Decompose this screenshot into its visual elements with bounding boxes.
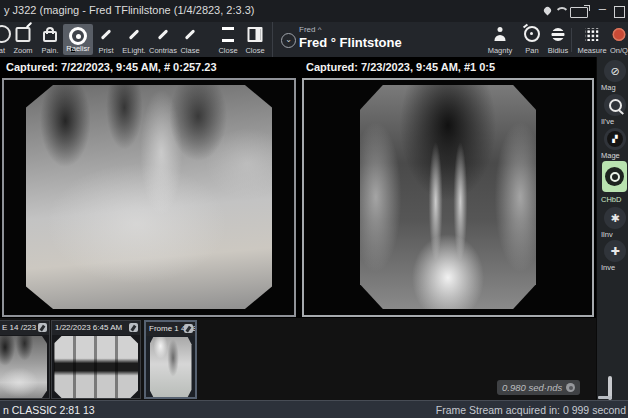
xray-image-left[interactable] (26, 85, 272, 309)
patient-name: Fred ° Flintstone (299, 35, 402, 50)
thumbnail-header: 1/22/2023 6:45 AM (55, 323, 122, 332)
toolbar-button-zoom[interactable]: Zoom (8, 22, 38, 57)
patient-name-small: Fred ^ (299, 25, 321, 34)
right-panel-header: Captured: 7/23/2023, 9:45 AM, #1 0:5 (302, 57, 594, 77)
sidebar-label: Ilnv (601, 230, 628, 239)
pen-icon (101, 29, 112, 40)
toolbar-button-onq[interactable]: On/Q (604, 22, 628, 57)
xray-image-right[interactable] (360, 85, 536, 309)
stopwatch-icon (524, 26, 540, 42)
sidebar-button-inve[interactable]: ✚ (604, 240, 626, 262)
overlay-text: 0.980 sed·nds (502, 382, 562, 393)
toolbar-button-raelisr-selected[interactable]: Raelisr (63, 24, 93, 55)
sidebar-label: Inve (601, 263, 628, 272)
gear-icon[interactable] (566, 383, 575, 392)
thumbnail-image[interactable] (150, 337, 192, 397)
asterisk-icon: ✱ (610, 212, 619, 225)
magnifier-icon (609, 99, 622, 112)
maximize-button[interactable] (614, 6, 625, 18)
circle-slash-icon: ⊘ (610, 65, 619, 78)
tool-sidebar: ⊘ Mag Il've ▞ Mage CHbD ✱ Ilnv ✚ Inve (596, 57, 628, 400)
pin-icon[interactable] (184, 324, 193, 333)
toolbar-button-bidius[interactable]: Bidius (543, 22, 573, 57)
statusbar: n CLASSIC 2:81 13 Frame Stream acquired … (0, 400, 628, 418)
person-icon (494, 27, 507, 41)
status-left: n CLASSIC 2:81 13 (3, 404, 95, 416)
minimize-button[interactable]: – (599, 1, 606, 16)
equals-icon (222, 27, 234, 42)
half-square-icon (248, 27, 263, 42)
sidebar-button-chbd-active[interactable] (602, 161, 627, 192)
right-image-panel[interactable] (302, 78, 594, 317)
sidebar-label: Mage (601, 151, 628, 160)
chevron-down-icon[interactable]: ⌄ (281, 33, 296, 48)
thumbnail-2[interactable]: 1/22/2023 6:45 AM (51, 320, 141, 399)
titlebar: y J322 (maging - Fred TFlinilstone (1/4/… (0, 0, 628, 22)
crop-icon (16, 27, 31, 42)
pen-icon (158, 29, 169, 40)
toolbar-button-prist[interactable]: Prist (91, 22, 121, 57)
target-icon (69, 27, 87, 45)
toolbar-separator (571, 28, 572, 52)
pin-icon[interactable] (129, 323, 138, 332)
left-image-panel[interactable] (2, 78, 296, 317)
toolbar: at Zoom Pain. Raelisr Prist ELight. Cont… (0, 22, 628, 58)
lock-icon (43, 31, 57, 42)
toolbar-button-clase[interactable]: Clase (175, 22, 205, 57)
scrollbar-thumb[interactable] (598, 396, 612, 399)
sidebar-label: Il've (601, 117, 628, 126)
app-window: y J322 (maging - Fred TFlinilstone (1/4/… (0, 0, 628, 418)
sidebar-label: Mag (601, 83, 628, 92)
sidebar-button-mag[interactable]: ⊘ (604, 60, 626, 82)
pen-icon (185, 29, 196, 40)
dark-disc-icon: ▞ (607, 131, 623, 147)
dots-grid-icon (586, 28, 599, 41)
sidebar-button-ilnv[interactable]: ✱ (604, 207, 626, 229)
status-right: Frame Stream acquired in: 0 999 second (436, 404, 626, 416)
ring-dot-icon (605, 167, 624, 186)
pen-icon (129, 29, 140, 40)
left-panel-header: Captured: 7/22/2023, 9:45 AM, # 0:257.23 (2, 57, 296, 77)
plus-icon: ✚ (610, 245, 619, 258)
sidebar-button-mage[interactable]: ▞ (604, 128, 626, 150)
content-area: Captured: 7/22/2023, 9:45 AM, # 0:257.23… (0, 57, 628, 400)
toolbar-button-contrias[interactable]: Contrias (148, 22, 178, 57)
toolbar-button-close-2[interactable]: Close (240, 22, 270, 57)
sidebar-label-active: CHbD (601, 195, 628, 204)
wifi-icon (555, 7, 569, 21)
thumbnail-image[interactable] (0, 336, 47, 398)
window-title: y J322 (maging - Fred TFlinilstone (1/4/… (4, 4, 254, 16)
acquisition-time-overlay: 0.980 sed·nds (497, 380, 580, 395)
toolbar-button-magnty[interactable]: Magnty (483, 22, 517, 57)
sphere-icon (552, 28, 565, 41)
pin-icon[interactable] (38, 323, 47, 332)
toolbar-button-elight[interactable]: ELight. (119, 22, 149, 57)
thumbnail-header: E 14 /223 (0, 323, 36, 332)
toolbar-button-close-1[interactable]: Close (213, 22, 243, 57)
thumbnail-1[interactable]: E 14 /223 (0, 320, 50, 399)
toolbar-button-pain[interactable]: Pain. (35, 22, 65, 57)
thumbnail-image[interactable] (54, 336, 138, 398)
pin-icon (543, 6, 553, 16)
thumbnail-3[interactable]: Frome 1 4.38 (144, 320, 197, 399)
red-dot-icon (613, 28, 626, 41)
sidebar-button-ilve[interactable] (604, 94, 626, 116)
device-icon (570, 7, 588, 18)
patient-banner: ⌄ Fred ^ Fred ° Flintstone (272, 22, 473, 57)
